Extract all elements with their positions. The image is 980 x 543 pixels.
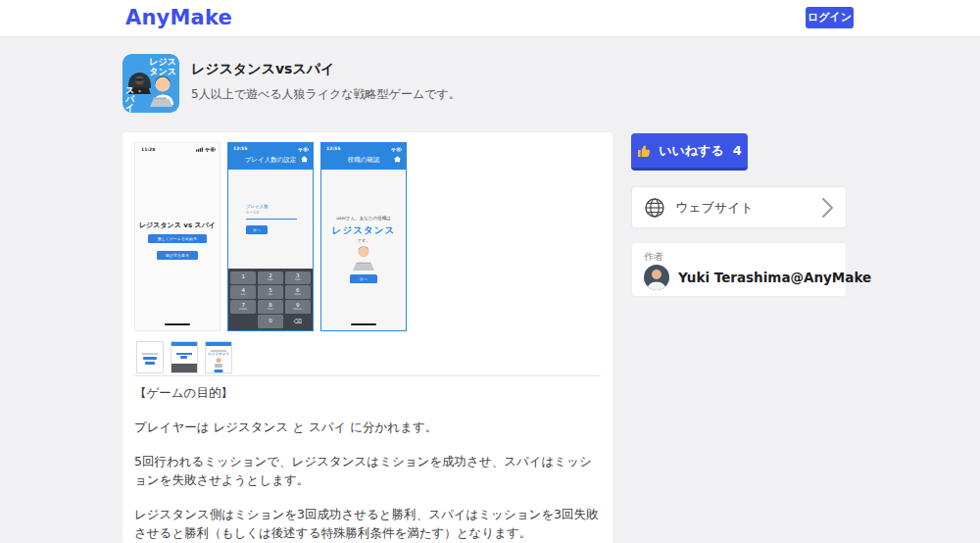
role-name: レジスタンス: [321, 224, 406, 237]
author-name: Yuki Terashima@AnyMake: [678, 270, 871, 285]
avatar: [644, 265, 669, 290]
author-card: 作者 Yuki Terashima@AnyMake: [631, 242, 847, 297]
status-icons: [196, 147, 216, 152]
status-time: 12:55: [233, 146, 247, 151]
thumbnail-2[interactable]: [171, 341, 198, 373]
app-howto-button: 遊び方を見る: [157, 251, 198, 260]
status-icons: [289, 147, 309, 152]
login-button[interactable]: ログイン: [806, 7, 854, 28]
author-label: 作者: [644, 250, 663, 264]
keypad-key: 4GHI: [230, 285, 256, 298]
like-count: 4: [733, 143, 742, 158]
description-paragraph: 5回行われるミッションで、レジスタンスはミションを成功させ、スパイはミッションを…: [134, 452, 603, 489]
keypad-key: 8TUV: [258, 300, 283, 313]
screenshot-3[interactable]: 12:55 役職の確認 userさん、あなたの役職は レジスタンス です。 次へ: [320, 142, 407, 331]
screenshot-2[interactable]: 12:55 プレイ人数の設定 プレイ人数 5〜10 次へ 1 2ABC 3DEF…: [227, 142, 314, 331]
app-header: 12:55 プレイ人数の設定: [228, 143, 313, 170]
keypad-key: 9WXYZ: [285, 300, 311, 313]
website-link-card[interactable]: ウェブサイト: [631, 186, 847, 228]
svg-text:タンス: タンス: [149, 67, 176, 76]
keypad-key: 5JKL: [258, 285, 283, 298]
app-next-button: 次へ: [246, 225, 268, 234]
thumbs-up-icon: [637, 143, 652, 158]
anymake-logo[interactable]: AnyMake: [125, 6, 232, 29]
description-paragraph: プレイヤーは レジスタンス と スパイ に分かれます。: [134, 418, 603, 436]
number-keypad: 1 2ABC 3DEF 4GHI 5JKL 6MNO 7PQRS 8TUV 9W…: [228, 269, 313, 330]
website-label: ウェブサイト: [675, 199, 754, 217]
app-start-button: 新しくゲームを始める: [148, 234, 207, 243]
field-underline: [246, 219, 297, 220]
field-hint: 5〜10: [246, 210, 259, 215]
like-button[interactable]: いいねする 4: [631, 133, 748, 171]
role-suffix-text: です。: [321, 238, 406, 243]
app-header: 12:55 役職の確認: [321, 143, 406, 170]
keypad-blank: [230, 315, 256, 327]
svg-text:レジス: レジス: [149, 57, 176, 67]
page-title: レジスタンスvsスパイ: [191, 61, 334, 78]
home-icon: [301, 156, 308, 163]
thumbnail-3[interactable]: レジスタンス: [205, 341, 232, 373]
keypad-key: 1: [230, 272, 256, 284]
like-label: いいねする: [659, 142, 724, 160]
svg-text:イ: イ: [125, 103, 134, 113]
home-indicator: [165, 323, 190, 326]
home-icon: [394, 156, 401, 163]
status-icons: [382, 147, 402, 152]
page-subtitle: 5人以上で遊べる人狼ライクな戦略型ゲームです。: [191, 86, 461, 103]
game-icon: レジス タンス ス パ イ: [122, 54, 179, 113]
person-laptop-illustration: [347, 245, 380, 271]
app-title: レジスタンス vs スパイ: [135, 221, 220, 230]
home-indicator: [351, 323, 376, 326]
keypad-key: 6MNO: [285, 285, 311, 298]
keypad-key: 2ABC: [258, 272, 283, 284]
game-icon-art: レジス タンス ス パ イ: [122, 54, 179, 113]
screenshot-1[interactable]: 11:28 レジスタンス vs スパイ 新しくゲームを始める 遊び方を見る: [134, 142, 220, 331]
content-divider: [134, 375, 601, 376]
top-bar: AnyMake ログイン: [0, 0, 980, 37]
field-label: プレイ人数: [246, 204, 269, 209]
description-paragraph: レジスタンス側はミションを3回成功させると勝利、スパイはミッションを3回失敗させ…: [134, 505, 603, 542]
main-content-card: 11:28 レジスタンス vs スパイ 新しくゲームを始める 遊び方を見る 12…: [122, 132, 612, 543]
keypad-key: 0: [258, 315, 283, 327]
author-row[interactable]: Yuki Terashima@AnyMake: [644, 265, 871, 290]
backspace-key-icon: ⌫: [285, 315, 311, 327]
chevron-right-icon: [821, 196, 834, 220]
role-intro-text: userさん、あなたの役職は: [321, 216, 406, 221]
thumbnail-1[interactable]: [136, 341, 164, 373]
keypad-key: 7PQRS: [230, 300, 256, 313]
keypad-key: 3DEF: [285, 272, 311, 284]
game-description: 【ゲームの目的】 プレイヤーは レジスタンス と スパイ に分かれます。 5回行…: [134, 383, 603, 543]
status-time: 12:55: [326, 146, 340, 151]
description-heading: 【ゲームの目的】: [134, 383, 603, 402]
app-next-button: 次へ: [350, 274, 377, 283]
globe-icon: [644, 197, 665, 219]
status-time: 11:28: [141, 147, 155, 152]
